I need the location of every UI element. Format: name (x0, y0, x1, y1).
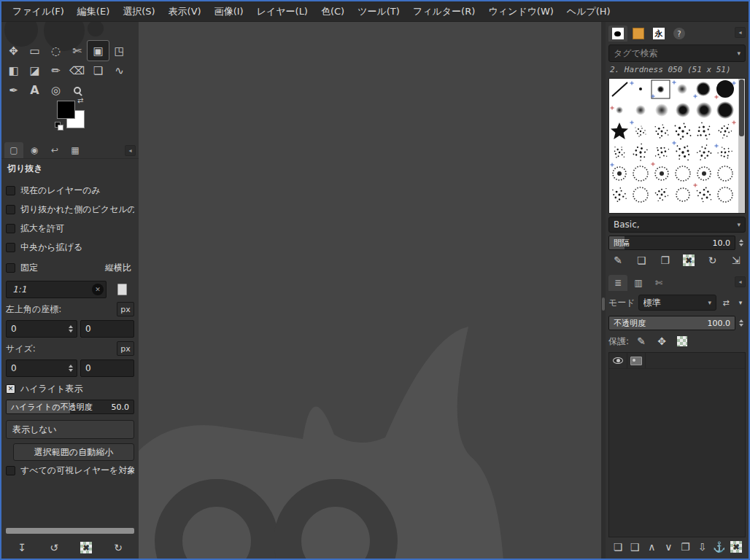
switch-mode-group-button[interactable]: ⇄ (719, 295, 732, 311)
shrink-merged-checkbox[interactable] (6, 466, 15, 475)
fixed-mode-select[interactable]: 縦横比 (105, 262, 134, 274)
tab-layers[interactable]: ≣ (608, 275, 627, 291)
menu-windows[interactable]: ウィンドウ(W) (482, 1, 560, 21)
size-unit-select[interactable]: px (117, 341, 134, 356)
highlight-opacity-slider[interactable]: ハイライトの不透明度 50.0 (6, 400, 134, 414)
tab-patterns[interactable] (629, 26, 648, 42)
move-tool-button[interactable]: ✥ (3, 41, 24, 61)
menu-view[interactable]: 表示(V) (162, 1, 208, 21)
brush-tag-search[interactable]: タグで検索 ▾ (608, 44, 746, 62)
highlight-checkbox[interactable]: ✕ (6, 384, 15, 394)
expand-from-center-row[interactable]: 中央から拡げる (6, 238, 134, 257)
brush-grid[interactable] (609, 79, 739, 213)
menu-colors[interactable]: 色(C) (314, 1, 351, 21)
checkbox[interactable] (6, 243, 15, 252)
menu-tools[interactable]: ツール(T) (351, 1, 406, 21)
edit-brush-button[interactable]: ✎ (610, 252, 626, 268)
anchor-layer-button[interactable]: ⚓ (711, 539, 727, 555)
merge-down-button[interactable]: ⇩ (695, 539, 711, 555)
portrait-landscape-toggle[interactable] (112, 280, 131, 299)
delete-tool-preset-button[interactable]: ✖ (78, 540, 94, 556)
current-layer-only-row[interactable]: 現在のレイヤーのみ (6, 181, 134, 200)
size-height-field[interactable]: 0 (80, 359, 134, 377)
duplicate-layer-button[interactable]: ❐ (678, 539, 694, 555)
clear-ratio-icon[interactable]: ✕ (92, 284, 104, 295)
tab-images[interactable]: ▦ (66, 142, 85, 158)
fixed-checkbox[interactable] (6, 263, 15, 273)
menu-image[interactable]: 画像(I) (208, 1, 250, 21)
eraser-tool-button[interactable]: ⌫ (66, 61, 88, 80)
paintbrush-tool-button[interactable]: ✏ (45, 61, 66, 80)
shrink-merged-row[interactable]: すべての可視レイヤーを対象に (6, 461, 134, 480)
delete-brush-button[interactable]: ✖ (681, 252, 697, 268)
new-brush-button[interactable]: ❏ (633, 252, 649, 268)
menu-filters[interactable]: フィルター(R) (406, 1, 482, 21)
menu-select[interactable]: 選択(S) (116, 1, 161, 21)
spacing-spinner[interactable] (737, 239, 746, 246)
swap-colors-icon[interactable]: ⇄ (77, 96, 83, 104)
allow-growing-row[interactable]: 拡大を許可 (6, 219, 134, 238)
scrollbar-thumb[interactable] (739, 79, 744, 136)
unified-transform-tool-button[interactable]: ◳ (109, 41, 130, 61)
scissors-select-tool-button[interactable]: ✄ (66, 41, 88, 61)
crop-tool-button[interactable]: ▣ (88, 41, 109, 61)
tab-tool-options[interactable]: ▢ (4, 142, 23, 158)
position-y-field[interactable]: 0 (80, 320, 134, 338)
checkbox[interactable] (6, 205, 15, 214)
text-tool-button[interactable]: A (24, 80, 45, 100)
layers-dock-menu-button[interactable]: ◂ (735, 276, 746, 287)
fixed-aspect-row[interactable]: 固定 縦横比 (6, 257, 134, 279)
lower-layer-button[interactable]: ∨ (660, 539, 676, 555)
gradient-tool-button[interactable]: ◧ (3, 61, 24, 80)
bucket-fill-tool-button[interactable]: ◪ (24, 61, 45, 80)
checkbox[interactable] (6, 224, 15, 233)
canvas[interactable] (139, 22, 601, 559)
opacity-spinner[interactable] (737, 319, 746, 327)
menu-file[interactable]: ファイル(F) (6, 1, 71, 21)
refresh-brushes-button[interactable]: ↻ (705, 252, 721, 268)
size-width-spinner[interactable] (66, 365, 75, 372)
tab-device-status[interactable]: ◉ (25, 142, 44, 158)
menu-layer[interactable]: レイヤー(L) (250, 1, 314, 21)
menu-edit[interactable]: 編集(E) (71, 1, 116, 21)
tab-brushes[interactable] (608, 26, 627, 42)
brush-list-scrollbar[interactable] (738, 79, 745, 213)
free-select-tool-button[interactable]: ◌ (45, 41, 66, 61)
new-layer-button[interactable]: ❏ (610, 539, 626, 555)
reset-tool-options-button[interactable]: ↻ (110, 540, 126, 556)
tab-undo-history[interactable]: ↩ (45, 142, 64, 158)
lock-pixels-button[interactable]: ✎ (633, 333, 649, 349)
menu-help[interactable]: ヘルプ(H) (560, 1, 617, 21)
layer-mode-combo[interactable]: 標準 ▾ (638, 295, 716, 311)
lock-position-button[interactable]: ✥ (654, 333, 670, 349)
aspect-ratio-input[interactable]: 1:1 ✕ (6, 281, 107, 298)
open-brush-as-image-button[interactable]: ⇲ (728, 252, 744, 268)
tab-paths[interactable]: ✄ (649, 275, 668, 291)
foreground-color-swatch[interactable] (57, 101, 75, 119)
new-layer-group-button[interactable]: ❑ (627, 539, 643, 555)
brush-spacing-slider[interactable]: 間隔 10.0 (608, 236, 735, 250)
delete-layer-button[interactable]: ✖ (728, 539, 744, 555)
lock-alpha-button[interactable] (674, 333, 690, 349)
thumbnail-cell[interactable] (627, 353, 646, 368)
tool-options-dock-menu-button[interactable]: ◂ (125, 145, 136, 156)
brushes-dock-menu-button[interactable]: ◂ (735, 27, 746, 38)
restore-tool-preset-button[interactable]: ↺ (46, 540, 62, 556)
checkbox[interactable] (6, 186, 15, 195)
layers-list[interactable] (608, 352, 746, 537)
save-tool-preset-button[interactable]: ↧ (14, 540, 30, 556)
auto-shrink-button[interactable]: 選択範囲の自動縮小 (13, 443, 134, 461)
tab-document-history[interactable]: ? (670, 26, 689, 42)
duplicate-brush-button[interactable]: ❐ (657, 252, 673, 268)
position-x-spinner[interactable] (66, 325, 75, 332)
tool-options-scrollbar[interactable] (6, 528, 134, 534)
clone-tool-button[interactable]: ❏ (88, 61, 109, 80)
measure-tool-button[interactable]: ✒ (3, 80, 24, 100)
delete-cropped-pixels-row[interactable]: 切り抜かれた側のピクセルの削 (6, 200, 134, 219)
tab-fonts[interactable]: 永 (649, 26, 668, 42)
position-x-field[interactable]: 0 (6, 320, 77, 338)
raise-layer-button[interactable]: ∧ (643, 539, 660, 555)
brush-collection-combo[interactable]: Basic, ▾ (608, 217, 746, 233)
rectangle-select-tool-button[interactable]: ▭ (24, 41, 45, 61)
tab-channels[interactable]: ▥ (629, 275, 648, 291)
